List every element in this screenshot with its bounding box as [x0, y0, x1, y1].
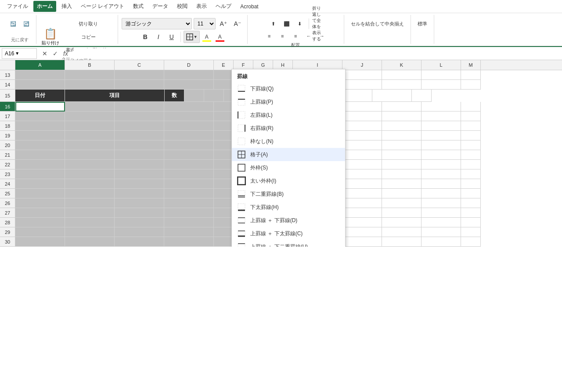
cell-m16[interactable] — [461, 102, 481, 111]
menu-home[interactable]: ホーム — [33, 1, 56, 12]
cell-b23[interactable] — [65, 169, 115, 179]
cell-j20[interactable] — [342, 140, 382, 150]
cell-c13[interactable] — [115, 70, 164, 80]
border-top-bottom-item[interactable]: 上罫線 ＋ 下罫線(D) — [232, 214, 345, 227]
row-header-23[interactable]: 23 — [0, 169, 15, 179]
font-shrink-button[interactable]: A⁻ — [231, 18, 244, 30]
border-top-thick-bottom-item[interactable]: 上罫線 ＋ 下太罫線(C) — [232, 227, 345, 240]
menu-file[interactable]: ファイル — [4, 1, 32, 12]
cell-b22[interactable] — [65, 160, 115, 169]
row-header-17[interactable]: 17 — [0, 111, 15, 121]
cell-d17[interactable] — [164, 111, 214, 121]
cell-d30[interactable] — [164, 237, 214, 247]
cell-c23[interactable] — [115, 169, 164, 179]
border-top-item[interactable]: 上罫線(P) — [232, 95, 345, 108]
row-header-29[interactable]: 29 — [0, 227, 15, 237]
cell-l21[interactable] — [422, 150, 461, 160]
cell-e22[interactable] — [214, 160, 234, 169]
col-header-m[interactable]: M — [461, 60, 481, 70]
indent-decrease-button[interactable]: ← — [303, 30, 315, 42]
cell-ref-dropdown[interactable]: ▼ — [15, 51, 19, 56]
cell-j16[interactable] — [342, 102, 382, 111]
cell-a29[interactable] — [15, 227, 65, 237]
cell-b25[interactable] — [65, 189, 115, 198]
cell-m23[interactable] — [461, 169, 481, 179]
cell-e13[interactable] — [214, 70, 234, 80]
cell-k14[interactable] — [382, 80, 422, 90]
menu-view[interactable]: 表示 — [193, 1, 210, 12]
number-format-button[interactable]: 標準 — [414, 18, 430, 30]
cell-c27[interactable] — [115, 208, 164, 218]
cell-d25[interactable] — [164, 189, 214, 198]
cell-l23[interactable] — [422, 169, 461, 179]
cell-m24[interactable] — [461, 179, 481, 189]
cell-a18[interactable] — [15, 121, 65, 131]
align-right-button[interactable]: ≡ — [289, 30, 302, 42]
cell-k20[interactable] — [382, 140, 422, 150]
cell-j27[interactable] — [342, 208, 382, 218]
border-double-bottom-item[interactable]: 下二重罫線(B) — [232, 187, 345, 201]
cell-m29[interactable] — [461, 227, 481, 237]
cell-m26[interactable] — [461, 198, 481, 208]
cell-a27[interactable] — [15, 208, 65, 218]
cell-b18[interactable] — [65, 121, 115, 131]
cell-e15[interactable]: 数 — [165, 90, 184, 102]
font-color-button[interactable]: A — [214, 31, 226, 43]
redo-button[interactable]: ↪️ — [20, 18, 32, 30]
col-header-e[interactable]: E — [214, 60, 234, 70]
cell-k19[interactable] — [382, 131, 422, 140]
cell-j30[interactable] — [342, 237, 382, 247]
border-right-item[interactable]: 右罫線(R) — [232, 122, 345, 135]
cell-e27[interactable] — [214, 208, 234, 218]
cell-l29[interactable] — [422, 227, 461, 237]
menu-data[interactable]: データ — [149, 1, 172, 12]
row-header-21[interactable]: 21 — [0, 150, 15, 160]
col-header-i[interactable]: I — [293, 60, 342, 70]
cell-f15[interactable] — [184, 90, 204, 102]
cell-b27[interactable] — [65, 208, 115, 218]
cell-m28[interactable] — [461, 218, 481, 227]
cell-b30[interactable] — [65, 237, 115, 247]
menu-insert[interactable]: 挿入 — [58, 1, 76, 12]
cell-c21[interactable] — [115, 150, 164, 160]
cell-b19[interactable] — [65, 131, 115, 140]
cell-a17[interactable] — [15, 111, 65, 121]
cell-m27[interactable] — [461, 208, 481, 218]
cell-b28[interactable] — [65, 218, 115, 227]
cell-l22[interactable] — [422, 160, 461, 169]
cell-j14[interactable] — [342, 80, 382, 90]
cell-l30[interactable] — [422, 237, 461, 247]
col-header-k[interactable]: K — [382, 60, 422, 70]
cell-e28[interactable] — [214, 218, 234, 227]
align-middle-button[interactable]: ⬛ — [281, 18, 293, 30]
cell-j21[interactable] — [342, 150, 382, 160]
cell-j13[interactable] — [342, 70, 382, 80]
row-header-14[interactable]: 14 — [0, 80, 15, 90]
font-grow-button[interactable]: A⁺ — [217, 18, 230, 30]
cell-j28[interactable] — [342, 218, 382, 227]
cell-l28[interactable] — [422, 218, 461, 227]
cell-j22[interactable] — [342, 160, 382, 169]
cell-c14[interactable] — [115, 80, 164, 90]
align-bottom-button[interactable]: ⬇ — [294, 18, 306, 30]
cell-k23[interactable] — [382, 169, 422, 179]
border-all-item[interactable]: 格子(A) — [232, 148, 345, 161]
row-header-30[interactable]: 30 — [0, 237, 15, 247]
row-header-20[interactable]: 20 — [0, 140, 15, 150]
row-header-24[interactable]: 24 — [0, 179, 15, 189]
cell-k28[interactable] — [382, 218, 422, 227]
cell-l25[interactable] — [422, 189, 461, 198]
align-top-button[interactable]: ⬆ — [267, 18, 280, 30]
cell-a15[interactable]: 日付 — [15, 90, 65, 102]
font-select[interactable]: 游ゴシック — [122, 18, 192, 29]
cell-c29[interactable] — [115, 227, 164, 237]
select-all-button[interactable] — [0, 60, 15, 70]
cell-a30[interactable] — [15, 237, 65, 247]
border-bottom-item[interactable]: 下罫線(Q) — [232, 82, 345, 95]
cell-j23[interactable] — [342, 169, 382, 179]
cell-d27[interactable] — [164, 208, 214, 218]
cell-k13[interactable] — [382, 70, 422, 80]
merge-button[interactable]: セルを結合して中央揃え — [348, 18, 407, 30]
cell-l15[interactable] — [372, 90, 412, 102]
col-header-b[interactable]: B — [65, 60, 115, 70]
